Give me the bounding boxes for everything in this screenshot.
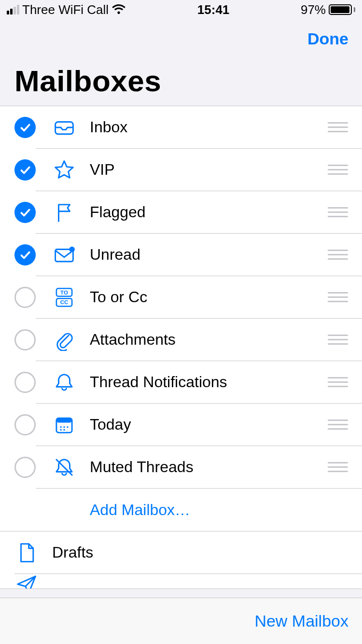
mailbox-row[interactable]: Flagged — [0, 191, 362, 234]
checkbox[interactable] — [14, 372, 36, 393]
drag-handle-icon[interactable] — [327, 377, 348, 387]
to-cc-icon — [52, 286, 76, 308]
checkbox[interactable] — [14, 329, 36, 350]
checkbox[interactable] — [14, 414, 36, 435]
row-label: VIP — [90, 161, 327, 179]
row-label: Inbox — [90, 118, 327, 136]
drag-handle-icon[interactable] — [327, 207, 348, 217]
status-right: 97% — [301, 2, 355, 17]
mailbox-row-sent-peek[interactable] — [0, 574, 362, 588]
mailbox-row[interactable]: Thread Notifications — [0, 361, 362, 404]
mailbox-row[interactable]: Unread — [0, 234, 362, 276]
envelope-dot-icon — [52, 244, 76, 266]
row-label: Unread — [90, 246, 327, 264]
drag-handle-icon[interactable] — [327, 292, 348, 302]
bottom-toolbar: New Mailbox — [0, 598, 362, 644]
row-label: Attachments — [90, 331, 327, 349]
mailbox-row-drafts[interactable]: Drafts — [0, 532, 362, 574]
checkbox[interactable] — [14, 287, 36, 308]
checkbox[interactable] — [14, 159, 36, 181]
star-icon — [52, 159, 76, 181]
mailbox-row[interactable]: Today — [0, 404, 362, 446]
checkbox[interactable] — [14, 202, 36, 223]
bell-slash-icon — [52, 456, 76, 478]
wifi-icon — [111, 2, 126, 17]
checkbox[interactable] — [14, 117, 36, 138]
cellular-signal-icon — [7, 5, 19, 14]
carrier-label: Three WiFi Call — [22, 2, 109, 17]
inbox-icon — [52, 116, 76, 139]
row-label: Muted Threads — [90, 458, 327, 476]
page-title: Mailboxes — [0, 58, 362, 106]
battery-icon — [329, 4, 355, 15]
drag-handle-icon[interactable] — [327, 335, 348, 345]
drag-handle-icon[interactable] — [327, 420, 348, 430]
nav-bar: Done — [0, 19, 362, 58]
mailbox-row[interactable]: Attachments — [0, 319, 362, 361]
paperclip-icon — [52, 329, 76, 351]
mailbox-row[interactable]: VIP — [0, 149, 362, 191]
new-mailbox-button[interactable]: New Mailbox — [254, 612, 348, 630]
row-label: To or Cc — [90, 288, 327, 306]
row-label: Flagged — [90, 203, 327, 221]
status-left: Three WiFi Call — [7, 2, 126, 17]
drag-handle-icon[interactable] — [327, 462, 348, 472]
status-bar: Three WiFi Call 15:41 97% — [0, 0, 362, 19]
mailbox-row[interactable]: To or Cc — [0, 276, 362, 319]
flag-icon — [52, 201, 76, 224]
checkbox[interactable] — [14, 244, 36, 266]
row-label: Today — [90, 416, 327, 434]
add-mailbox-row[interactable]: Add Mailbox… — [0, 489, 362, 531]
done-button[interactable]: Done — [307, 29, 348, 48]
secondary-mailbox-list: Drafts — [0, 532, 362, 589]
checkbox[interactable] — [14, 457, 36, 478]
drag-handle-icon[interactable] — [327, 250, 348, 260]
row-label: Thread Notifications — [90, 373, 327, 391]
document-icon — [14, 542, 39, 564]
drag-handle-icon[interactable] — [327, 165, 348, 175]
drag-handle-icon[interactable] — [327, 122, 348, 132]
add-mailbox-label: Add Mailbox… — [90, 501, 190, 519]
battery-percent: 97% — [301, 2, 326, 17]
row-label: Drafts — [52, 544, 362, 561]
bell-icon — [52, 371, 76, 393]
calendar-icon — [52, 414, 76, 436]
mailbox-row[interactable]: Inbox — [0, 106, 362, 149]
mailbox-row[interactable]: Muted Threads — [0, 446, 362, 489]
status-time: 15:41 — [197, 2, 230, 17]
mailbox-reorder-list: InboxVIPFlaggedUnreadTo or CcAttachments… — [0, 106, 362, 532]
paperplane-icon — [14, 574, 39, 588]
content: Mailboxes InboxVIPFlaggedUnreadTo or CcA… — [0, 58, 362, 598]
